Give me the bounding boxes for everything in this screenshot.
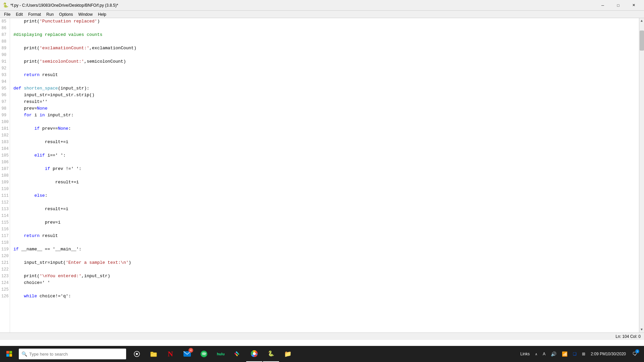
line-number: 116: [1, 226, 8, 233]
line-number: 114: [1, 213, 8, 219]
svg-rect-0: [6, 351, 9, 354]
line-number: 120: [1, 253, 8, 259]
clock-time: 2:09 PM: [591, 351, 606, 357]
scrollbar[interactable]: ▲ ▼: [639, 18, 644, 333]
code-line: [13, 266, 639, 273]
titlebar-controls[interactable]: ─ □ ✕: [595, 0, 641, 11]
code-line: [13, 186, 639, 192]
code-line: [13, 239, 639, 246]
statusbar: Ln: 104 Col: 0: [0, 333, 644, 340]
line-number: 124: [1, 280, 8, 286]
dropbox-icon[interactable]: ❑: [571, 350, 579, 358]
menu-window[interactable]: Window: [75, 11, 95, 17]
line-number: 98: [1, 105, 8, 112]
notification-center[interactable]: 🗨 3: [629, 349, 640, 359]
system-tray: Links ∧ A 🔊 📶 ❑ ⊞ 2:09 PM 10/30/2020 🗨 3: [518, 349, 643, 359]
links-label[interactable]: Links: [518, 350, 532, 358]
line-number: 118: [1, 239, 8, 246]
ime-indicator[interactable]: A: [541, 350, 547, 358]
editor: 8586878889909192939495969798991001011021…: [0, 18, 644, 333]
code-line: [13, 286, 639, 293]
taskbar-icons: N 4 hulu: [129, 346, 296, 362]
line-number: 107: [1, 166, 8, 172]
code-line: if prev==None:: [13, 125, 639, 132]
line-number: 112: [1, 199, 8, 206]
display-icon[interactable]: ⊞: [580, 350, 587, 358]
menubar: File Edit Format Run Options Window Help: [0, 11, 644, 18]
code-line: if prev !=' ':: [13, 166, 639, 172]
python-button[interactable]: 🐍: [263, 346, 279, 362]
code-line: [13, 52, 639, 58]
slack-button[interactable]: [229, 346, 246, 362]
line-number: 121: [1, 259, 8, 266]
line-numbers: 8586878889909192939495969798991001011021…: [0, 18, 10, 333]
search-bar[interactable]: 🔍: [19, 349, 126, 359]
scrollbar-down[interactable]: ▼: [639, 327, 644, 333]
scrollbar-up[interactable]: ▲: [639, 18, 644, 24]
scrollbar-thumb[interactable]: [640, 31, 644, 51]
svg-point-5: [136, 353, 138, 355]
code-line: print('Punctuation replaced'): [13, 18, 639, 25]
svg-point-9: [201, 351, 207, 357]
mail-badge: 4: [189, 348, 193, 353]
file-manager-button[interactable]: 📁: [280, 346, 296, 362]
code-line: [13, 25, 639, 32]
code-line: return result: [13, 233, 639, 239]
code-line: result+=i: [13, 206, 639, 213]
close-button[interactable]: ✕: [626, 0, 641, 11]
minimize-button[interactable]: ─: [595, 0, 610, 11]
hulu-button[interactable]: hulu: [213, 346, 229, 362]
menu-run[interactable]: Run: [44, 11, 56, 17]
spotify-button[interactable]: [196, 346, 212, 362]
taskview-button[interactable]: [129, 346, 145, 362]
line-number: 102: [1, 132, 8, 139]
code-line: [13, 172, 639, 179]
line-number: 111: [1, 192, 8, 199]
code-line: print('semicolonCount:',semicolonCount): [13, 58, 639, 65]
window-title: *f.py - C:/Users/19083/OneDrive/Desktop/…: [10, 3, 118, 8]
line-number: 96: [1, 92, 8, 99]
line-number: 95: [1, 85, 8, 92]
line-number: 93: [1, 72, 8, 78]
code-line: prev=i: [13, 219, 639, 226]
code-line: input_str=input('Enter a sample text:\n'…: [13, 259, 639, 266]
line-number: 101: [1, 125, 8, 132]
code-line: [13, 253, 639, 259]
line-number: 92: [1, 65, 8, 72]
wifi-icon[interactable]: 📶: [560, 350, 570, 358]
maximize-button[interactable]: □: [610, 0, 626, 11]
code-area[interactable]: print('Punctuation replaced') #displayin…: [10, 18, 639, 333]
line-number: 119: [1, 246, 8, 253]
code-line: def shorten_space(input_str):: [13, 85, 639, 92]
cursor-position: Ln: 104 Col: 0: [615, 334, 641, 339]
menu-options[interactable]: Options: [56, 11, 75, 17]
svg-rect-3: [9, 354, 12, 357]
chrome-button[interactable]: [246, 346, 262, 362]
mail-button[interactable]: 4: [179, 346, 195, 362]
menu-edit[interactable]: Edit: [13, 11, 25, 17]
netflix-button[interactable]: N: [162, 346, 178, 362]
search-input[interactable]: [29, 352, 123, 357]
line-number: 100: [1, 119, 8, 125]
start-button[interactable]: [1, 346, 17, 362]
file-explorer-button[interactable]: [146, 346, 162, 362]
line-number: 89: [1, 45, 8, 52]
line-number: 85: [1, 18, 8, 25]
code-line: for i in input_str:: [13, 112, 639, 119]
code-line: choice=' ': [13, 280, 639, 286]
clock-date: 10/30/2020: [606, 351, 626, 357]
menu-file[interactable]: File: [1, 11, 13, 17]
volume-icon[interactable]: 🔊: [549, 350, 558, 358]
line-number: 110: [1, 186, 8, 192]
line-number: 88: [1, 38, 8, 45]
menu-help[interactable]: Help: [95, 11, 109, 17]
titlebar: 🐍 *f.py - C:/Users/19083/OneDrive/Deskto…: [0, 0, 644, 11]
code-line: [13, 78, 639, 85]
code-line: #displaying replaced values counts: [13, 32, 639, 38]
notification-badge: 3: [635, 349, 639, 353]
system-clock[interactable]: 2:09 PM 10/30/2020: [589, 350, 628, 358]
line-number: 123: [1, 273, 8, 280]
menu-format[interactable]: Format: [25, 11, 44, 17]
tray-overflow[interactable]: ∧: [533, 351, 539, 357]
code-line: prev=None: [13, 105, 639, 112]
